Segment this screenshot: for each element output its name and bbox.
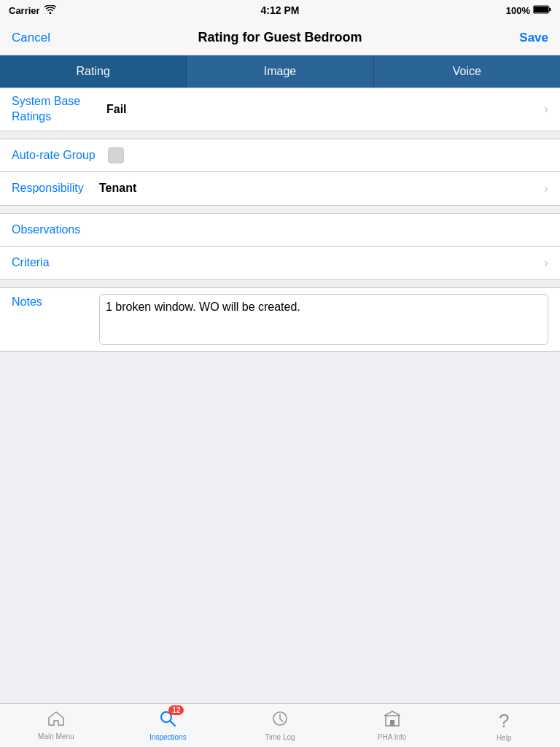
- tab-inspections-label: Inspections: [149, 733, 187, 741]
- content-area: System BaseRatings Fail › Auto-rate Grou…: [0, 88, 560, 366]
- system-base-label: System BaseRatings: [12, 94, 106, 125]
- responsibility-label: Responsibility: [12, 182, 99, 195]
- svg-line-4: [171, 721, 176, 727]
- tab-bar: Main Menu 12 Inspections Time Log: [0, 703, 560, 747]
- notes-section: Notes 1 broken window. WO will be create…: [0, 287, 560, 352]
- status-left: Carrier: [9, 5, 56, 16]
- svg-rect-1: [549, 8, 551, 11]
- carrier-label: Carrier: [9, 5, 40, 16]
- system-base-ratings-row[interactable]: System BaseRatings Fail ›: [0, 88, 560, 131]
- auto-rate-checkbox[interactable]: [108, 147, 124, 163]
- tab-inspections[interactable]: 12 Inspections: [112, 704, 225, 747]
- auto-rate-label: Auto-rate Group: [12, 149, 99, 162]
- tab-pha-info-label: PHA Info: [378, 733, 406, 741]
- battery-icon: [533, 5, 551, 16]
- tab-image[interactable]: Image: [187, 55, 373, 88]
- observations-row[interactable]: Observations: [0, 213, 560, 247]
- criteria-row[interactable]: Criteria ›: [0, 247, 560, 280]
- status-time: 4:12 PM: [261, 4, 300, 16]
- criteria-chevron: ›: [544, 255, 548, 271]
- save-button[interactable]: Save: [519, 31, 548, 45]
- system-base-value: Fail: [106, 103, 544, 116]
- notes-label: Notes: [12, 294, 99, 345]
- inspections-badge: 12: [168, 705, 184, 715]
- tab-pha-info[interactable]: PHA Info: [336, 704, 448, 747]
- wifi-icon: [44, 5, 56, 16]
- observations-label: Observations: [12, 223, 99, 236]
- auto-rate-row: Auto-rate Group: [0, 139, 560, 172]
- clock-icon: [271, 710, 289, 732]
- help-icon: ?: [499, 710, 509, 732]
- responsibility-chevron: ›: [544, 181, 548, 196]
- inspections-badge-container: 12: [159, 710, 176, 732]
- tab-help[interactable]: ? Help: [448, 704, 560, 747]
- tab-main-menu-label: Main Menu: [38, 732, 74, 740]
- tab-time-log-label: Time Log: [265, 733, 295, 741]
- cancel-button[interactable]: Cancel: [12, 31, 50, 45]
- tab-help-label: Help: [497, 734, 512, 742]
- responsibility-row[interactable]: Responsibility Tenant ›: [0, 172, 560, 206]
- notes-textarea[interactable]: 1 broken window. WO will be created.: [99, 294, 548, 345]
- svg-rect-2: [534, 7, 548, 12]
- segmented-control: Rating Image Voice: [0, 55, 560, 88]
- status-right: 100%: [506, 5, 551, 16]
- svg-rect-7: [390, 720, 394, 726]
- tab-voice[interactable]: Voice: [374, 55, 560, 88]
- system-base-chevron: ›: [544, 101, 548, 117]
- search-icon: [159, 713, 176, 731]
- tab-rating[interactable]: Rating: [0, 55, 187, 88]
- home-icon: [47, 711, 65, 731]
- responsibility-value: Tenant: [99, 182, 544, 195]
- criteria-label: Criteria: [12, 256, 99, 269]
- battery-percent: 100%: [506, 5, 530, 16]
- status-bar: Carrier 4:12 PM 100%: [0, 0, 560, 20]
- nav-bar: Cancel Rating for Guest Bedroom Save: [0, 20, 560, 55]
- page-title: Rating for Guest Bedroom: [198, 30, 362, 45]
- building-icon: [384, 710, 400, 732]
- tab-time-log[interactable]: Time Log: [224, 704, 336, 747]
- tab-main-menu[interactable]: Main Menu: [0, 704, 112, 747]
